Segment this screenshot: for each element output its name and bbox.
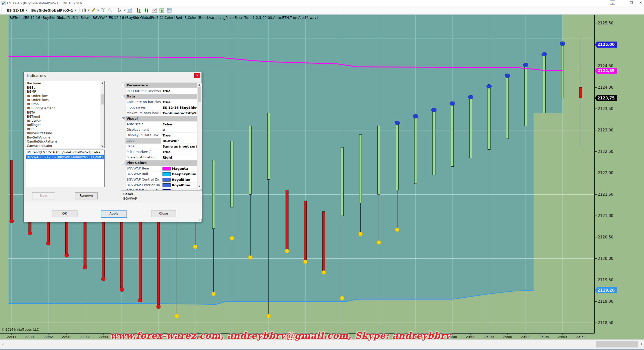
price-bar — [249, 126, 252, 194]
time-tick-label: 23:03 — [539, 335, 549, 339]
property-section[interactable]: −Visual — [121, 116, 202, 122]
available-indicator-item[interactable]: BGTA — [26, 111, 104, 115]
scroll-up-icon[interactable]: ▲ — [100, 82, 104, 84]
red-signal-dot — [65, 253, 69, 257]
scroll-down-icon[interactable]: ▼ — [100, 145, 104, 148]
property-section[interactable]: −Parameters — [121, 83, 202, 88]
scroll-up-icon[interactable]: ▲ — [198, 83, 200, 86]
available-indicator-item[interactable]: BOP — [26, 127, 104, 131]
property-row[interactable]: Input seriesES 12-16 (BuySideGl — [121, 105, 202, 111]
available-indicator-item[interactable]: BGSupplyDemand — [26, 106, 104, 111]
price-bar — [304, 201, 307, 261]
list-scrollbar[interactable]: ▲ ▼ — [100, 81, 104, 148]
properties-scrollbar[interactable]: ▲ ▼ — [197, 83, 202, 188]
price-tick-label: 2123,50 — [598, 107, 613, 111]
new-button[interactable]: New — [32, 192, 55, 199]
price-bar — [580, 87, 582, 98]
yellow-signal-dot — [267, 314, 271, 318]
blue-signal-dot — [395, 121, 400, 125]
available-indicator-item[interactable]: CanvasIndicator — [26, 144, 104, 148]
price-tick-label: 2120,00 — [598, 256, 613, 261]
property-row[interactable]: BGVWAP Central ZoRoyalBlue — [121, 177, 202, 183]
price-bar — [433, 111, 435, 175]
property-row[interactable]: 01: Extreme ReversaTrue — [121, 88, 202, 94]
price-tick-label: 2122,00 — [598, 171, 613, 175]
price-bar — [341, 147, 343, 216]
configured-indicator-item[interactable]: BGTrend(ES 12-16 (BuySideGlobalPro5-1),F… — [26, 150, 104, 155]
available-indicator-item[interactable]: BGTrend — [26, 115, 104, 119]
property-row[interactable]: Displacement0 — [121, 127, 202, 133]
horizontal-scrollbar[interactable]: ‹ › — [0, 339, 644, 349]
time-tick-label: 22:42 — [62, 335, 71, 339]
indicator-properties-grid[interactable]: −Parameters01: Extreme ReversaTrue−DataC… — [121, 83, 202, 189]
available-indicator-item[interactable]: BGBar — [26, 86, 104, 90]
available-indicator-item[interactable]: BGOrderFlow — [26, 94, 104, 98]
price-bar — [231, 141, 233, 207]
time-tick-label: 22:41 — [25, 335, 34, 339]
close-dialog-button[interactable]: Close — [151, 211, 176, 217]
available-indicator-item[interactable]: Bollinger — [26, 123, 104, 127]
property-row[interactable]: BGVWAP BullDeepSkyBlue — [121, 171, 202, 177]
available-indicator-item[interactable]: BarTimer — [26, 81, 104, 86]
available-indicator-item[interactable]: BGVWAP — [26, 119, 104, 123]
property-row[interactable]: Display in Data BoxTrue — [121, 133, 202, 138]
collapse-icon[interactable]: − — [122, 162, 125, 164]
yellow-signal-dot — [303, 260, 307, 264]
scroll-down-icon[interactable]: ▼ — [198, 185, 200, 188]
price-bar — [212, 160, 215, 229]
available-indicator-item[interactable]: BuySellVolume — [26, 135, 104, 140]
time-tick-label: 22:42 — [44, 335, 53, 339]
available-indicator-item[interactable]: BGMP — [26, 90, 104, 94]
blue-signal-dot — [468, 95, 473, 99]
configured-indicators-list[interactable]: BGTrend(ES 12-16 (BuySideGlobalPro5-1),F… — [26, 150, 105, 187]
property-row[interactable]: BGVWAP Exterior BaRoyalBlue — [121, 183, 202, 188]
indicators-dialog: Indicators ✕ BarTimerBGBarBGMPBGOrderFlo… — [23, 72, 202, 222]
available-indicator-item[interactable]: BuySellPressure — [26, 131, 104, 135]
property-row[interactable]: Scale justificationRight — [121, 155, 202, 160]
red-signal-dot — [120, 288, 124, 292]
red-signal-dot — [156, 305, 160, 309]
time-tick-label: 23:03 — [558, 335, 567, 339]
property-row[interactable]: Maximum bars look lTwoHundredFiftySix — [121, 111, 202, 116]
collapse-icon[interactable]: − — [122, 95, 125, 98]
property-section[interactable]: −Plot Colors — [121, 160, 202, 166]
available-indicator-item[interactable]: CandleStickPattern — [26, 139, 104, 144]
ok-button[interactable]: OK — [52, 211, 77, 217]
blue-signal-dot — [450, 101, 455, 106]
scrollbar-thumb[interactable] — [596, 341, 638, 347]
scroll-left-icon[interactable]: ‹ — [2, 341, 4, 346]
price-bar — [157, 220, 160, 306]
yellow-signal-dot — [377, 240, 381, 244]
scroll-right-icon[interactable]: › — [641, 341, 642, 346]
property-row[interactable]: Calculate on bar closTrue — [121, 99, 202, 105]
resize-grip[interactable]: ⠿ — [198, 219, 201, 221]
price-bar — [451, 104, 454, 167]
available-indicator-item[interactable]: BGOrderFlow2 — [26, 98, 104, 102]
property-row[interactable]: BGVWAP BearMagenta — [121, 166, 202, 171]
property-row[interactable]: Auto scaleFalse — [121, 122, 202, 127]
indicator-label: BGTrend(ES 12-16 (BuySideGlobalPro5-1),F… — [10, 16, 318, 20]
dialog-close-icon[interactable]: ✕ — [194, 73, 200, 78]
red-signal-dot — [101, 277, 105, 281]
remove-button[interactable]: Remove — [75, 192, 98, 199]
collapse-icon[interactable]: − — [122, 117, 125, 120]
apply-button[interactable]: Apply — [101, 211, 127, 218]
description-title: Label — [123, 192, 202, 196]
blue-signal-dot — [542, 52, 547, 56]
available-indicators-list[interactable]: BarTimerBGBarBGMPBGOrderFlowBGOrderFlow2… — [26, 81, 105, 148]
yellow-signal-dot — [395, 228, 399, 232]
collapse-icon[interactable]: − — [122, 84, 125, 87]
red-signal-dot — [138, 298, 142, 302]
copyright-text: © 2016 NinjaTrader, LLC — [2, 328, 39, 331]
property-row[interactable]: Price marker(s)True — [121, 149, 202, 155]
property-row[interactable]: PanelSame as input series — [121, 144, 202, 149]
blue-signal-dot — [505, 74, 510, 78]
configured-indicator-item[interactable]: BGVWAP(ES 12-16 (BuySideGlobalPro5-1),Co… — [26, 155, 104, 159]
price-tick-label: 2121,00 — [598, 214, 613, 218]
property-section[interactable]: −Data — [121, 94, 202, 99]
available-indicator-item[interactable]: BGStop — [26, 102, 104, 107]
price-tick-label: 2121,50 — [598, 192, 613, 197]
time-tick-label: 23:00 — [484, 335, 494, 339]
property-row[interactable]: LabelBGVWAP — [121, 138, 202, 144]
price-bar — [488, 87, 490, 150]
